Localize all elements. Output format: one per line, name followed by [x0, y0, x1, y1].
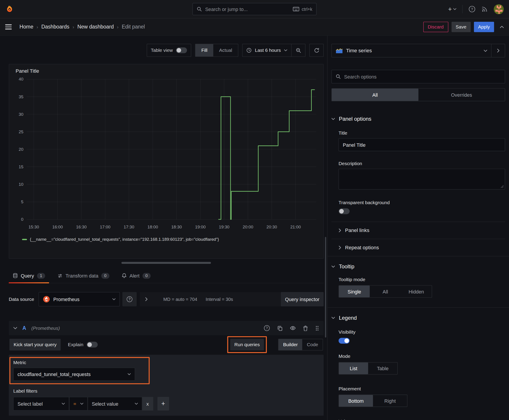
title-label: Title: [339, 130, 505, 135]
search-icon: [197, 7, 202, 12]
grafana-logo[interactable]: [5, 5, 14, 14]
collapse-options-icon[interactable]: [500, 26, 504, 28]
metric-value: cloudflared_tunnel_total_requests: [17, 371, 91, 377]
svg-text:17:30: 17:30: [124, 225, 134, 229]
vertical-scrollbar[interactable]: [325, 237, 326, 338]
datasource-name: Prometheus: [53, 296, 109, 302]
svg-text:20:00: 20:00: [243, 225, 253, 229]
chevron-down-icon: [135, 403, 138, 405]
panel-title: Panel Title: [14, 68, 319, 74]
explain-toggle[interactable]: [87, 342, 98, 347]
panel-links-section[interactable]: Panel links: [332, 222, 505, 239]
topbar-divider: [462, 5, 463, 14]
tooltip-mode-hidden[interactable]: Hidden: [401, 286, 432, 297]
query-a-header[interactable]: A (Prometheus) ?: [9, 321, 324, 335]
breadcrumb-separator: ›: [117, 24, 119, 29]
tooltip-mode-single[interactable]: Single: [339, 286, 370, 297]
query-ref-id: A: [23, 325, 26, 331]
time-range-control: Last 6 hours: [242, 44, 305, 57]
metric-select[interactable]: cloudflared_tunnel_total_requests: [13, 368, 135, 381]
series-name[interactable]: {__name__="cloudflared_tunnel_total_requ…: [30, 237, 219, 242]
actual-option[interactable]: Actual: [213, 44, 238, 57]
tab-alert[interactable]: Alert 0: [118, 268, 154, 283]
table-view-toggle[interactable]: [176, 47, 187, 53]
tab-query[interactable]: Query 1: [9, 268, 49, 283]
tab-transform-label: Transform data: [66, 273, 98, 278]
zoom-out-icon[interactable]: [291, 44, 305, 57]
label-filters-label: Label filters: [13, 388, 319, 394]
help-icon[interactable]: ?: [468, 6, 476, 13]
delete-query-icon[interactable]: [303, 325, 308, 331]
description-textarea[interactable]: [339, 169, 505, 190]
add-filter-button[interactable]: +: [157, 397, 169, 411]
interval-value: Interval = 30s: [205, 297, 233, 302]
remove-filter-button[interactable]: x: [142, 397, 153, 411]
panel-title-input[interactable]: Panel Title: [339, 138, 505, 151]
legend-mode-group: List Table: [339, 362, 398, 375]
discard-button[interactable]: Discard: [423, 22, 448, 32]
tooltip-mode-all[interactable]: All: [370, 286, 401, 297]
tooltip-heading[interactable]: Tooltip: [332, 263, 505, 270]
builder-option[interactable]: Builder: [279, 339, 302, 350]
chevron-right-icon: [339, 246, 341, 249]
duplicate-query-icon[interactable]: [277, 325, 283, 331]
breadcrumb-dashboards[interactable]: Dashboards: [41, 24, 69, 30]
legend-values-label: Values: [339, 419, 505, 420]
chevron-down-icon: [453, 8, 456, 10]
search-options-input[interactable]: Search options: [332, 70, 505, 83]
query-help-icon[interactable]: ?: [264, 325, 270, 331]
breadcrumb-new-dashboard[interactable]: New dashboard: [77, 24, 114, 30]
resize-handle-icon[interactable]: [501, 185, 504, 188]
select-value-dropdown[interactable]: Select value: [88, 397, 142, 411]
news-rss-icon[interactable]: [481, 6, 488, 12]
alert-count-badge: 0: [143, 273, 151, 279]
chart-legend[interactable]: {__name__="cloudflared_tunnel_total_requ…: [14, 237, 319, 242]
time-range-picker[interactable]: Last 6 hours: [243, 44, 291, 57]
promql-builder-card: Metric cloudflared_tunnel_total_requests…: [9, 355, 324, 416]
repeat-options-section[interactable]: Repeat options: [332, 239, 505, 256]
select-label-dropdown[interactable]: Select label: [13, 397, 69, 411]
legend-mode-table[interactable]: Table: [368, 363, 397, 374]
panel-links-label: Panel links: [345, 227, 369, 233]
user-avatar[interactable]: [494, 4, 504, 14]
transparent-background-label: Transparent background: [339, 200, 505, 205]
legend-visibility-toggle[interactable]: [339, 338, 350, 344]
chevron-down-icon: [332, 118, 335, 120]
search-box[interactable]: Search or jump to... ctrl+k: [193, 3, 317, 15]
tab-overrides[interactable]: Overrides: [418, 89, 505, 101]
tab-transform-data[interactable]: Transform data 0: [53, 268, 113, 283]
drag-handle-icon[interactable]: [315, 325, 319, 331]
legend-placement-right[interactable]: Right: [373, 395, 407, 406]
viz-select[interactable]: Time series: [332, 44, 491, 57]
apply-button[interactable]: Apply: [474, 22, 494, 32]
run-queries-button[interactable]: Run queries: [230, 339, 264, 351]
refresh-icon[interactable]: [310, 44, 323, 57]
query-inspector-button[interactable]: Query inspector: [281, 292, 324, 307]
legend-heading[interactable]: Legend: [332, 315, 505, 321]
operator-dropdown[interactable]: =: [69, 397, 88, 411]
breadcrumb-home[interactable]: Home: [20, 24, 33, 30]
datasource-picker[interactable]: Prometheus: [38, 292, 120, 307]
add-button[interactable]: +: [448, 5, 456, 13]
svg-text:40: 40: [19, 77, 23, 82]
chevron-down-icon: [332, 317, 335, 319]
fill-option[interactable]: Fill: [196, 44, 213, 57]
legend-placement-bottom[interactable]: Bottom: [339, 395, 373, 406]
transparent-background-toggle[interactable]: [339, 209, 350, 214]
panel-resize-handle[interactable]: [122, 262, 211, 264]
chevron-down-icon: [128, 373, 131, 375]
svg-text:30: 30: [19, 112, 23, 117]
open-viz-list-icon[interactable]: [491, 44, 505, 57]
kick-start-query-button[interactable]: Kick start your query: [9, 339, 61, 351]
menu-toggle-icon[interactable]: [5, 24, 12, 29]
search-options-placeholder: Search options: [344, 74, 377, 79]
panel-options-heading[interactable]: Panel options: [332, 116, 505, 122]
toggle-visibility-icon[interactable]: [290, 326, 296, 330]
code-option[interactable]: Code: [302, 339, 323, 350]
chevron-right-icon: [145, 297, 148, 301]
legend-mode-list[interactable]: List: [339, 363, 368, 374]
save-button[interactable]: Save: [451, 22, 471, 32]
tab-all[interactable]: All: [332, 89, 418, 101]
datasource-help-icon[interactable]: ?: [122, 292, 137, 307]
explain-label: Explain: [68, 342, 84, 347]
